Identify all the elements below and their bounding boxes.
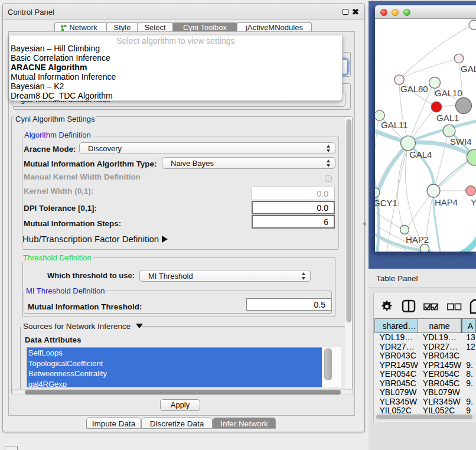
- svg-text:GAL: GAL: [461, 64, 476, 74]
- svg-text:GCY1: GCY1: [375, 198, 397, 208]
- svg-text:GAL1: GAL1: [436, 113, 459, 123]
- svg-text:GAL11: GAL11: [381, 120, 408, 130]
- svg-text:SWI4: SWI4: [450, 136, 472, 146]
- svg-text:Y: Y: [471, 197, 476, 207]
- svg-text:GAL10: GAL10: [435, 88, 462, 98]
- svg-text:HAP4: HAP4: [435, 197, 458, 207]
- svg-text:GAL4: GAL4: [409, 149, 432, 159]
- svg-text:GAL80: GAL80: [400, 84, 428, 94]
- svg-text:HAP2: HAP2: [406, 234, 429, 244]
